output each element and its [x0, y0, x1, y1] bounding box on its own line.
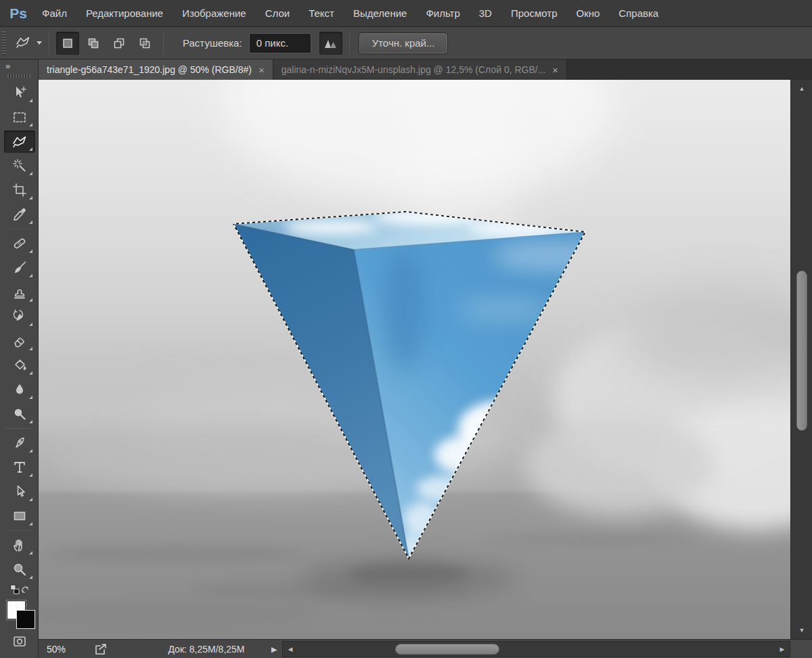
tool-dodge[interactable] [0, 402, 39, 426]
chevron-down-icon [37, 41, 42, 45]
photoshop-logo: Ps [4, 5, 32, 22]
tool-lasso[interactable] [0, 129, 39, 154]
status-popup-arrow[interactable]: ▶ [271, 642, 277, 657]
tool-crop[interactable] [0, 178, 39, 202]
menu-edit[interactable]: Редактирование [76, 0, 173, 27]
lasso-icon [14, 34, 32, 53]
scroll-down-arrow[interactable]: ▼ [791, 623, 812, 638]
close-icon[interactable]: × [258, 64, 265, 76]
scrollbar-corner [790, 640, 812, 658]
tool-type[interactable] [0, 455, 39, 479]
options-bar-grip[interactable] [1, 31, 6, 55]
swap-colors-icon[interactable] [0, 582, 39, 599]
menu-image[interactable]: Изображение [173, 0, 256, 27]
menu-select[interactable]: Выделение [344, 0, 416, 27]
tool-eyedropper[interactable] [0, 202, 39, 227]
document-size-info: Док: 8,25M/8,25M [139, 642, 274, 657]
tool-brush[interactable] [0, 256, 39, 280]
menu-file[interactable]: Файл [32, 0, 76, 27]
intersect-selection-button[interactable] [133, 32, 156, 55]
tool-move[interactable] [0, 80, 39, 105]
tab-galina-document[interactable]: galina-n-miziNqvJx5M-unsplash.jpg @ 12,5… [273, 60, 567, 80]
tool-zoom[interactable] [0, 557, 39, 582]
separator [349, 32, 350, 55]
tab-title: triangle-g56a743e71_1920.jpg @ 50% (RGB/… [47, 64, 252, 75]
tool-paint-bucket[interactable] [0, 353, 39, 377]
horizontal-scrollbar[interactable]: ◀ ▶ [282, 641, 790, 657]
histogram-icon[interactable] [319, 32, 342, 55]
quick-mask-button[interactable] [0, 634, 39, 649]
collapse-panel-button[interactable]: » [0, 60, 38, 72]
subtract-from-selection-button[interactable] [108, 32, 131, 55]
separator [49, 32, 49, 55]
document-tab-bar: triangle-g56a743e71_1920.jpg @ 50% (RGB/… [39, 60, 812, 80]
horizontal-scroll-thumb[interactable] [395, 644, 499, 655]
divider [5, 530, 32, 531]
options-bar: Растушевка: Уточн. край... [0, 27, 812, 60]
tool-rectangle[interactable] [0, 504, 39, 528]
divider [5, 428, 32, 429]
tool-hand[interactable] [0, 533, 39, 557]
share-icon[interactable] [94, 643, 108, 657]
scroll-up-arrow[interactable]: ▲ [791, 81, 812, 96]
tools-panel: » [0, 60, 39, 658]
menu-window[interactable]: Окно [566, 0, 609, 27]
tool-history-brush[interactable] [0, 304, 39, 329]
menu-bar: Ps Файл Редактирование Изображение Слои … [0, 0, 812, 27]
tab-triangle-document[interactable]: triangle-g56a743e71_1920.jpg @ 50% (RGB/… [39, 60, 273, 80]
feather-label: Растушевка: [183, 37, 242, 49]
scroll-left-arrow[interactable]: ◀ [284, 642, 296, 657]
menu-filter[interactable]: Фильтр [416, 0, 469, 27]
panel-grip[interactable] [7, 74, 30, 78]
zoom-level-field[interactable]: 50% [44, 642, 85, 657]
canvas-image [39, 80, 790, 639]
color-swatches [0, 599, 39, 634]
refine-edge-button[interactable]: Уточн. край... [359, 33, 448, 53]
tool-blur[interactable] [0, 377, 39, 402]
tool-rectangular-marquee[interactable] [0, 105, 39, 129]
add-to-selection-button[interactable] [82, 32, 105, 55]
status-bar: 50% Док: 8,25M/8,25M ▶ ◀ ▶ [39, 639, 812, 658]
tool-magic-wand[interactable] [0, 154, 39, 178]
menu-view[interactable]: Просмотр [501, 0, 567, 27]
photoshop-window: Ps Файл Редактирование Изображение Слои … [0, 0, 812, 658]
background-color-swatch[interactable] [16, 610, 35, 629]
vertical-scroll-thumb[interactable] [796, 271, 807, 431]
feather-input[interactable] [249, 33, 311, 53]
tool-path-selection[interactable] [0, 479, 39, 504]
menu-type[interactable]: Текст [299, 0, 344, 27]
menu-help[interactable]: Справка [609, 0, 668, 27]
menu-3d[interactable]: 3D [470, 0, 501, 27]
scroll-right-arrow[interactable]: ▶ [776, 642, 788, 657]
tool-eraser[interactable] [0, 329, 39, 353]
vertical-scrollbar[interactable]: ▲ ▼ [790, 80, 812, 639]
tool-clone-stamp[interactable] [0, 280, 39, 304]
close-icon[interactable]: × [552, 64, 558, 76]
new-selection-button[interactable] [56, 32, 79, 55]
tool-pen[interactable] [0, 431, 39, 455]
divider [5, 229, 32, 229]
separator [163, 32, 164, 55]
menu-layers[interactable]: Слои [256, 0, 299, 27]
document-canvas[interactable] [39, 80, 790, 639]
tool-healing-brush[interactable] [0, 231, 39, 256]
active-tool-dropdown[interactable] [14, 34, 42, 53]
tab-title: galina-n-miziNqvJx5M-unsplash.jpg @ 12,5… [281, 64, 546, 75]
